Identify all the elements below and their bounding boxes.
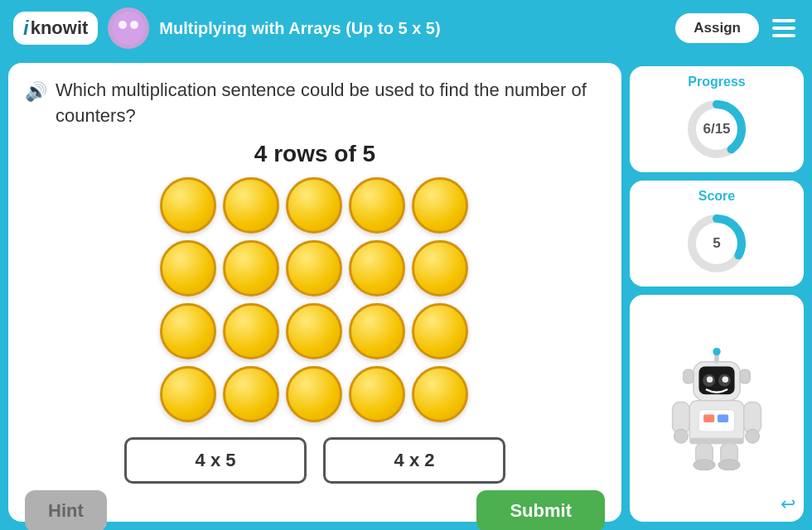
progress-value: 6/15: [703, 121, 730, 137]
score-value: 5: [713, 235, 720, 252]
counter: [349, 303, 405, 359]
array-grid: [160, 177, 470, 424]
counter: [412, 303, 468, 359]
counter: [160, 240, 216, 296]
logo-text2: knowit: [31, 17, 89, 39]
menu-button[interactable]: [769, 16, 799, 41]
lesson-title: Multiplying with Arrays (Up to 5 x 5): [159, 19, 665, 38]
counter: [349, 240, 405, 296]
svg-point-19: [713, 348, 720, 355]
svg-rect-10: [718, 415, 728, 422]
counter: [349, 366, 405, 422]
array-title: 4 rows of 5: [254, 141, 375, 167]
counter: [412, 240, 468, 296]
counter: [286, 303, 342, 359]
counter: [286, 177, 342, 234]
question-panel: 🔊 Which multiplication sentence could be…: [8, 63, 621, 522]
speaker-icon[interactable]: 🔊: [25, 81, 47, 103]
svg-point-28: [694, 460, 715, 470]
counter: [412, 366, 468, 422]
svg-point-24: [674, 429, 688, 443]
back-icon[interactable]: ↩: [781, 494, 795, 515]
robot-box: ↩: [630, 295, 804, 522]
svg-rect-9: [703, 415, 714, 422]
question-area: 🔊 Which multiplication sentence could be…: [25, 78, 605, 129]
score-box: Score 5: [630, 181, 804, 287]
counter: [160, 366, 216, 422]
main-content: 🔊 Which multiplication sentence could be…: [0, 56, 812, 530]
counter: [412, 177, 468, 234]
counter: [160, 303, 216, 359]
logo-text: i: [23, 17, 29, 40]
svg-rect-11: [689, 438, 744, 445]
svg-point-2: [130, 21, 138, 29]
counter: [223, 240, 279, 296]
svg-point-1: [118, 21, 127, 29]
svg-point-17: [723, 377, 729, 383]
svg-rect-23: [744, 402, 761, 434]
counter: [286, 240, 342, 296]
svg-point-16: [707, 377, 713, 383]
counter: [160, 177, 216, 234]
answer-option-1[interactable]: 4 x 5: [124, 437, 307, 484]
counter: [223, 366, 279, 422]
counter: [223, 303, 279, 359]
answer-options: 4 x 5 4 x 2: [124, 437, 505, 484]
robot-illustration: [663, 346, 771, 470]
hint-button[interactable]: Hint: [25, 490, 107, 530]
lesson-icon: [108, 7, 149, 49]
progress-label: Progress: [688, 75, 745, 89]
question-text: Which multiplication sentence could be u…: [56, 78, 605, 129]
svg-point-0: [112, 12, 145, 45]
svg-point-25: [746, 429, 760, 443]
menu-line-3: [772, 34, 795, 37]
bottom-bar: Hint Submit: [25, 490, 605, 530]
score-label: Score: [698, 189, 735, 204]
counter: [349, 177, 405, 234]
svg-rect-22: [673, 402, 690, 434]
menu-line-1: [772, 19, 795, 22]
answer-option-2[interactable]: 4 x 2: [323, 437, 505, 484]
logo: iknowit: [13, 12, 98, 45]
svg-rect-21: [740, 369, 750, 383]
header: iknowit Multiplying with Arrays (Up to 5…: [0, 0, 812, 56]
counter: [223, 177, 279, 234]
progress-donut: 6/15: [684, 96, 750, 162]
svg-point-29: [718, 460, 740, 470]
assign-button[interactable]: Assign: [675, 13, 759, 43]
progress-box: Progress 6/15: [630, 66, 804, 172]
submit-button[interactable]: Submit: [476, 490, 605, 530]
menu-line-2: [772, 26, 795, 30]
counter: [286, 366, 342, 422]
score-donut: 5: [684, 210, 750, 277]
right-panel: Progress 6/15 Score 5: [630, 63, 804, 522]
svg-rect-20: [684, 369, 694, 383]
